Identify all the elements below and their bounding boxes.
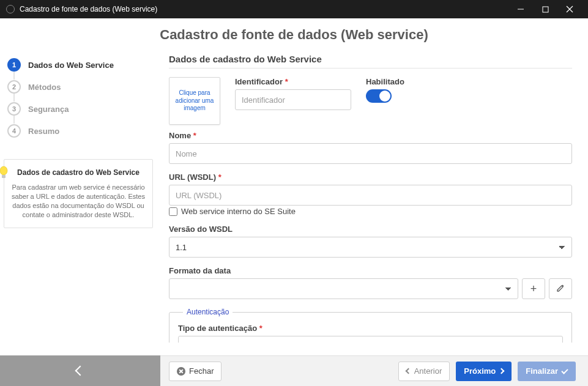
nome-input[interactable] xyxy=(169,143,572,164)
close-icon xyxy=(177,367,185,376)
wizard-sidebar: 1 Dados do Web Service 2 Métodos 3 Segur… xyxy=(0,49,160,386)
wizard-step-4[interactable]: 4 Resumo xyxy=(4,120,153,142)
step-number: 1 xyxy=(7,58,21,72)
url-label: URL (WSDL) * xyxy=(169,173,572,182)
window-title: Cadastro de fonte de dados (Web service) xyxy=(20,5,157,13)
lightbulb-icon xyxy=(0,166,9,179)
date-format-label: Formato da data xyxy=(169,266,572,275)
svg-point-4 xyxy=(0,166,7,175)
step-label: Métodos xyxy=(28,83,61,92)
chevron-right-icon xyxy=(499,368,505,374)
auth-fieldset: Autenticação Tipo de autenticação * Anôn… xyxy=(169,308,572,343)
check-icon xyxy=(561,367,568,374)
next-button[interactable]: Próximo xyxy=(456,362,512,381)
tip-box: Dados de cadastro do Web Service Para ca… xyxy=(4,159,153,228)
previous-button-label: Anterior xyxy=(414,366,442,376)
tip-title: Dados de cadastro do Web Service xyxy=(12,168,145,177)
wsdl-version-select[interactable]: 1.1 xyxy=(169,237,572,258)
section-title: Dados de cadastro do Web Service xyxy=(169,54,572,64)
wizard-step-3[interactable]: 3 Segurança xyxy=(4,98,153,120)
svg-rect-1 xyxy=(543,7,548,12)
previous-button[interactable]: Anterior xyxy=(398,362,450,381)
image-upload-box[interactable]: Clique para adicionar uma imagem xyxy=(169,77,220,125)
identificador-input[interactable] xyxy=(235,89,351,110)
step-label: Dados do Web Service xyxy=(28,61,114,70)
wsdl-version-label: Versão do WSDL xyxy=(169,225,572,234)
finish-button[interactable]: Finalizar xyxy=(518,362,576,381)
form-panel: Dados de cadastro do Web Service Clique … xyxy=(160,49,588,386)
wizard-step-1[interactable]: 1 Dados do Web Service xyxy=(4,54,153,76)
identificador-label: Identificador * xyxy=(235,77,351,86)
close-button-label: Fechar xyxy=(189,366,214,376)
page-title: Cadastro de fonte de dados (Web service) xyxy=(0,18,588,49)
step-number: 2 xyxy=(7,80,21,94)
step-label: Segurança xyxy=(28,105,69,114)
next-button-label: Próximo xyxy=(464,366,496,376)
internal-ws-checkbox[interactable] xyxy=(169,207,177,216)
wizard-step-2[interactable]: 2 Métodos xyxy=(4,76,153,98)
svg-rect-5 xyxy=(2,175,6,178)
footer-actions: Fechar Anterior Próximo Finalizar xyxy=(160,355,588,386)
tip-description: Para cadastrar um web service é necessár… xyxy=(12,183,145,219)
back-strip-button[interactable] xyxy=(0,355,160,386)
window-titlebar: Cadastro de fonte de dados (Web service) xyxy=(0,0,588,18)
auth-type-select[interactable]: Anônimo xyxy=(178,336,563,343)
internal-ws-label: Web service interno do SE Suite xyxy=(181,207,296,216)
window-minimize-button[interactable] xyxy=(508,0,533,18)
add-format-button[interactable]: + xyxy=(522,278,545,299)
chevron-left-icon xyxy=(405,368,411,374)
window-maximize-button[interactable] xyxy=(533,0,557,18)
finish-button-label: Finalizar xyxy=(526,366,558,376)
step-label: Resumo xyxy=(28,127,59,136)
habilitado-label: Habilitado xyxy=(366,77,404,86)
auth-legend: Autenticação xyxy=(183,308,233,316)
nome-label: Nome * xyxy=(169,131,572,140)
url-input[interactable] xyxy=(169,185,572,206)
plus-icon: + xyxy=(530,283,537,295)
app-icon xyxy=(6,5,15,13)
habilitado-toggle[interactable] xyxy=(366,89,392,103)
close-button[interactable]: Fechar xyxy=(169,362,221,381)
auth-type-label: Tipo de autenticação * xyxy=(178,324,563,333)
pencil-icon xyxy=(556,283,565,295)
chevron-left-icon xyxy=(75,366,86,376)
step-number: 4 xyxy=(7,124,21,138)
window-close-button[interactable] xyxy=(557,0,582,18)
date-format-select[interactable] xyxy=(169,278,518,299)
edit-format-button[interactable] xyxy=(549,278,572,299)
step-number: 3 xyxy=(7,102,21,116)
